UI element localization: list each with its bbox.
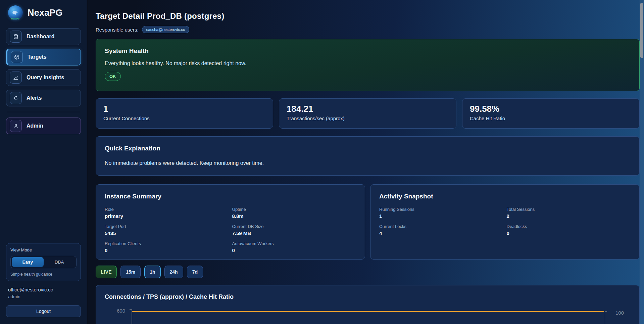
metric-label: Cache Hit Ratio — [470, 115, 632, 121]
vertical-scrollbar-track[interactable] — [640, 0, 644, 324]
field-role: Role primary — [105, 207, 229, 219]
activity-snapshot-grid: Running Sessions 1 Total Sessions 2 Curr… — [379, 207, 631, 236]
metrics-row: 1 Current Connections 184.21 Transaction… — [96, 98, 640, 129]
quick-explanation-title: Quick Explanation — [105, 145, 631, 152]
brand-name: NexaPG — [28, 8, 63, 18]
health-status-badge: OK — [105, 72, 121, 81]
sidebar-item-query-insights[interactable]: Query Insights — [6, 69, 81, 86]
range-7d-button[interactable]: 7d — [187, 266, 203, 278]
logout-button[interactable]: Logout — [6, 305, 81, 317]
summary-row: Instance Summary Role primary Uptime 8.8… — [96, 184, 640, 260]
instance-summary-grid: Role primary Uptime 8.8m Target Port 543… — [105, 207, 356, 253]
nexapg-logo-icon: NexaPG — [8, 5, 23, 20]
field-total-sessions: Total Sessions 2 — [507, 207, 631, 219]
metric-card-current-connections: 1 Current Connections — [96, 98, 273, 129]
field-running-sessions: Running Sessions 1 — [379, 207, 503, 219]
chart-plot-area: 600 100 — [105, 309, 631, 324]
chart-title: Connections / TPS (approx) / Cache Hit R… — [105, 293, 631, 300]
right-axis-tick-label: 100 — [615, 310, 624, 316]
bell-icon — [10, 92, 22, 104]
range-1h-button[interactable]: 1h — [144, 266, 160, 278]
sidebar-spacer — [0, 134, 87, 227]
vertical-scrollbar-thumb[interactable] — [640, 3, 643, 58]
main-content: Target Detail Prod_DB (postgres) Respons… — [87, 0, 644, 324]
metric-value: 184.21 — [287, 104, 449, 114]
sidebar-nav: Dashboard Targets Query Insights Alerts — [0, 25, 87, 106]
cube-icon — [11, 51, 23, 63]
view-mode-panel: View Mode Easy DBA Simple health guidanc… — [6, 243, 81, 281]
field-autovacuum-workers: Autovacuum Workers 0 — [232, 241, 356, 253]
field-uptime: Uptime 8.8m — [232, 207, 356, 219]
view-mode-caption: Simple health guidance — [10, 272, 77, 277]
user-role: admin — [8, 294, 79, 299]
view-mode-title: View Mode — [10, 247, 77, 252]
user-block: office@nesterovic.cc admin — [0, 281, 87, 299]
range-15m-button[interactable]: 15m — [120, 266, 141, 278]
metric-label: Transactions/sec (approx) — [287, 115, 449, 121]
chart-card: Connections / TPS (approx) / Cache Hit R… — [96, 285, 640, 324]
live-button[interactable]: LIVE — [96, 266, 117, 278]
metric-card-transactions-per-sec: 184.21 Transactions/sec (approx) — [279, 98, 456, 129]
responsible-user-chip: sascha@nesterovic.cc — [142, 26, 189, 33]
left-axis-tick-label: 600 — [117, 308, 125, 314]
view-mode-dba-option[interactable]: DBA — [44, 257, 76, 267]
system-health-title: System Health — [105, 47, 631, 55]
quick-explanation-message: No immediate problems were detected. Kee… — [105, 160, 631, 166]
metric-label: Current Connections — [103, 115, 265, 121]
metric-card-cache-hit-ratio: 99.58% Cache Hit Ratio — [462, 98, 640, 129]
sidebar-item-targets[interactable]: Targets — [6, 49, 81, 65]
activity-snapshot-title: Activity Snapshot — [379, 193, 631, 200]
view-mode-toggle: Easy DBA — [10, 256, 77, 268]
sidebar-item-admin[interactable]: Admin — [6, 118, 81, 134]
system-health-card: System Health Everything looks healthy. … — [96, 39, 640, 91]
view-mode-easy-option[interactable]: Easy — [12, 257, 44, 267]
sidebar-item-label: Targets — [28, 54, 47, 60]
instance-summary-title: Instance Summary — [105, 193, 356, 200]
database-icon — [10, 31, 22, 43]
user-icon — [10, 120, 22, 132]
sidebar-item-label: Query Insights — [27, 75, 64, 81]
page-title: Target Detail Prod_DB (postgres) — [96, 11, 640, 21]
chart-series-line — [132, 311, 604, 312]
metric-value: 1 — [103, 104, 265, 114]
right-y-axis — [605, 311, 605, 324]
sidebar-divider — [7, 112, 80, 112]
brand-row: NexaPG NexaPG — [0, 0, 87, 25]
sidebar-item-label: Dashboard — [27, 34, 55, 40]
responsible-users-label: Responsible users: — [96, 27, 139, 33]
quick-explanation-card: Quick Explanation No immediate problems … — [96, 136, 640, 176]
time-range-controls: LIVE 15m 1h 24h 7d — [96, 266, 640, 278]
sidebar-divider-bottom — [7, 233, 80, 233]
app-window: NexaPG NexaPG Dashboard Targets — [0, 0, 644, 324]
system-health-message: Everything looks healthy. No major risks… — [105, 60, 631, 66]
activity-snapshot-card: Activity Snapshot Running Sessions 1 Tot… — [370, 184, 640, 260]
field-replication-clients: Replication Clients 0 — [105, 241, 229, 253]
sidebar-item-alerts[interactable]: Alerts — [6, 90, 81, 106]
sidebar-item-dashboard[interactable]: Dashboard — [6, 28, 81, 45]
chart-trend-icon — [10, 72, 22, 84]
sidebar-item-label: Alerts — [27, 95, 42, 101]
range-24h-button[interactable]: 24h — [164, 266, 183, 278]
responsible-users-row: Responsible users: sascha@nesterovic.cc — [96, 26, 640, 33]
instance-summary-card: Instance Summary Role primary Uptime 8.8… — [96, 184, 365, 260]
sidebar: NexaPG NexaPG Dashboard Targets — [0, 0, 87, 324]
field-db-size: Current DB Size 7.59 MB — [232, 224, 356, 236]
field-deadlocks: Deadlocks 0 — [507, 224, 631, 236]
metric-value: 99.58% — [470, 104, 632, 114]
logo-mini-text: NexaPG — [8, 18, 23, 20]
user-email: office@nesterovic.cc — [8, 287, 79, 292]
field-target-port: Target Port 5435 — [105, 224, 229, 236]
field-current-locks: Current Locks 4 — [379, 224, 503, 236]
sidebar-item-label: Admin — [27, 123, 43, 129]
